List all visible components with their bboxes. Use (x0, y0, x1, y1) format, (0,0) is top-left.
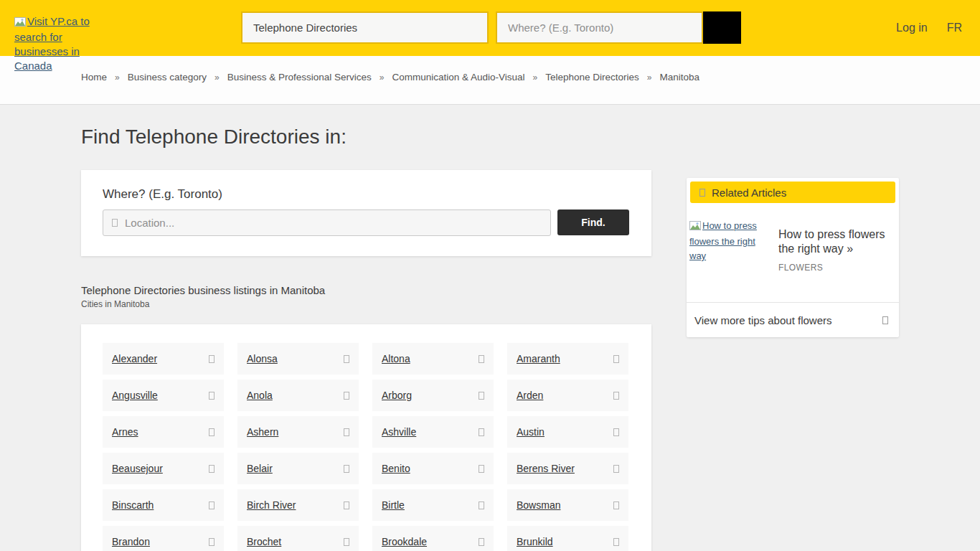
city-link[interactable]: Ashville (382, 426, 416, 438)
article-info: How to press flowers the right way » FLO… (778, 219, 890, 302)
city-tile[interactable]: Birch River (237, 489, 359, 521)
chevron-right-icon (613, 538, 619, 546)
city-link[interactable]: Amaranth (517, 353, 560, 364)
city-tile[interactable]: Austin (507, 416, 628, 448)
location-input-wrap (103, 209, 551, 236)
yp-logo-link[interactable]: Visit YP.ca to search for businesses in … (14, 14, 90, 73)
city-link[interactable]: Alonsa (247, 353, 278, 364)
city-tile[interactable]: Anola (237, 380, 359, 411)
article-icon (699, 189, 705, 197)
city-link[interactable]: Ashern (247, 426, 278, 438)
city-link[interactable]: Alexander (112, 353, 157, 364)
city-link[interactable]: Beausejour (112, 463, 163, 474)
breadcrumb-separator: » (647, 72, 652, 83)
city-link[interactable]: Binscarth (112, 499, 154, 511)
location-input[interactable] (125, 217, 542, 229)
city-tile[interactable]: Arden (507, 380, 628, 411)
related-article: How to press flowers the right way How t… (687, 203, 899, 302)
city-link[interactable]: Brookdale (382, 536, 427, 547)
listings-subheading: Cities in Manitoba (81, 299, 149, 309)
city-link[interactable]: Arborg (382, 390, 412, 401)
city-link[interactable]: Austin (517, 426, 545, 438)
city-tile[interactable]: Angusville (103, 380, 224, 411)
header-bar: Log in FR (0, 0, 980, 56)
city-link[interactable]: Brochet (247, 536, 281, 547)
city-tile[interactable]: Brochet (237, 526, 359, 551)
city-link[interactable]: Angusville (112, 390, 158, 401)
search-button[interactable] (703, 11, 741, 44)
language-toggle-fr[interactable]: FR (947, 22, 962, 34)
breadcrumb-item[interactable]: Telephone Directories (545, 72, 639, 83)
city-tile[interactable]: Berens River (507, 453, 628, 484)
where-label: Where? (E.g. Toronto) (103, 187, 222, 202)
breadcrumb-item[interactable]: Business & Professional Services (227, 72, 372, 83)
city-link[interactable]: Arden (517, 390, 543, 401)
city-tile[interactable]: Belair (237, 453, 359, 484)
city-tile[interactable]: Benito (372, 453, 494, 484)
chevron-right-icon (613, 465, 619, 473)
find-button[interactable]: Find. (557, 209, 629, 235)
where-search-input[interactable] (496, 11, 703, 44)
city-tile[interactable]: Birtle (372, 489, 494, 521)
header-links: Log in FR (896, 22, 962, 34)
chevron-right-icon (209, 538, 215, 546)
chevron-right-icon (479, 428, 484, 436)
city-link[interactable]: Brandon (112, 536, 150, 547)
breadcrumb-item: Manitoba (660, 72, 700, 83)
city-link[interactable]: Benito (382, 463, 410, 474)
city-tile[interactable]: Arnes (103, 416, 224, 448)
city-tile[interactable]: Alonsa (237, 343, 359, 375)
chevron-right-icon (209, 428, 215, 436)
breadcrumb-item[interactable]: Communication & Audio-Visual (392, 72, 524, 83)
article-thumbnail-link[interactable]: How to press flowers the right way (689, 219, 767, 302)
chevron-right-icon (479, 465, 484, 473)
chevron-right-icon (613, 392, 619, 400)
city-link[interactable]: Birch River (247, 499, 296, 511)
broken-image-icon (14, 16, 26, 30)
arrow-right-icon (882, 316, 888, 324)
city-grid: Alexander Alonsa Altona Amaranth Angusvi… (103, 343, 630, 551)
what-search-input[interactable] (241, 11, 489, 44)
city-link[interactable]: Anola (247, 390, 273, 401)
chevron-right-icon (479, 538, 484, 546)
chevron-right-icon (613, 355, 619, 363)
city-link[interactable]: Belair (247, 463, 273, 474)
city-link[interactable]: Birtle (382, 499, 405, 511)
breadcrumb-separator: » (533, 72, 538, 83)
view-more-link[interactable]: View more tips about flowers (694, 314, 831, 326)
city-tile[interactable]: Ashern (237, 416, 359, 448)
city-link[interactable]: Brunkild (517, 536, 553, 547)
city-link[interactable]: Altona (382, 353, 410, 364)
city-tile[interactable]: Altona (372, 343, 494, 375)
breadcrumb-item[interactable]: Home (81, 72, 107, 83)
view-more-row[interactable]: View more tips about flowers (687, 303, 899, 337)
chevron-right-icon (344, 465, 349, 473)
city-link[interactable]: Berens River (517, 463, 575, 474)
city-tile[interactable]: Binscarth (103, 489, 224, 521)
city-tile[interactable]: Brandon (103, 526, 224, 551)
breadcrumb-separator: » (380, 72, 385, 83)
article-title-link[interactable]: How to press flowers the right way » (778, 227, 890, 256)
chevron-right-icon (209, 355, 215, 363)
breadcrumb-item[interactable]: Business category (128, 72, 207, 83)
login-link[interactable]: Log in (896, 22, 928, 34)
city-tile[interactable]: Beausejour (103, 453, 224, 484)
city-tile[interactable]: Alexander (103, 343, 224, 375)
city-tile[interactable]: Bowsman (507, 489, 628, 521)
chevron-right-icon (479, 355, 484, 363)
city-tile[interactable]: Amaranth (507, 343, 628, 375)
chevron-right-icon (344, 392, 349, 400)
chevron-right-icon (209, 392, 215, 400)
city-tile[interactable]: Arborg (372, 380, 494, 411)
location-search-card: Where? (E.g. Toronto) Find. (81, 170, 651, 256)
article-category: FLOWERS (778, 263, 890, 273)
breadcrumb: Home»Business category»Business & Profes… (81, 72, 699, 83)
location-pin-icon (112, 219, 118, 227)
city-tile[interactable]: Ashville (372, 416, 494, 448)
city-tile[interactable]: Brunkild (507, 526, 628, 551)
page: Log in FR Visit YP.ca to search for busi… (0, 0, 980, 551)
city-link[interactable]: Bowsman (517, 499, 560, 511)
related-articles-header: Related Articles (690, 182, 895, 203)
city-tile[interactable]: Brookdale (372, 526, 494, 551)
city-link[interactable]: Arnes (112, 426, 138, 438)
